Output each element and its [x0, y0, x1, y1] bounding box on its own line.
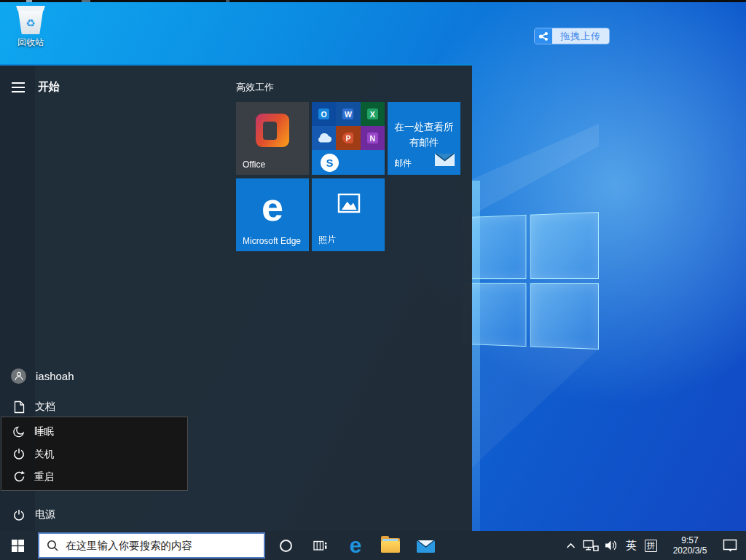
action-center-icon: [723, 539, 738, 553]
skype-icon: S: [312, 150, 385, 175]
top-edge-notch: [26, 0, 32, 2]
edge-logo-icon: e: [350, 535, 362, 556]
tile-photos[interactable]: 照片: [312, 178, 385, 251]
restart-label: 重启: [34, 470, 54, 484]
recycle-bin-icon: ♻: [11, 6, 50, 34]
recycle-bin-label: 回收站: [11, 36, 50, 49]
cortana-button[interactable]: [270, 531, 302, 560]
power-flyout-menu: 睡眠 关机 重启: [1, 417, 188, 491]
action-center-button[interactable]: [723, 539, 738, 553]
tile-mail[interactable]: 在一处查看所有邮件 邮件: [388, 102, 460, 175]
start-menu: 开始 高效工作 Office O W X: [0, 64, 472, 531]
top-edge-artifact: [0, 0, 746, 2]
hamburger-menu-icon[interactable]: [12, 82, 25, 92]
envelope-icon: [435, 154, 455, 169]
windows-start-icon: [12, 540, 24, 552]
mail-tile-headline: 在一处查看所有邮件: [390, 120, 458, 151]
speaker-icon: [605, 540, 619, 551]
edge-taskbar-button[interactable]: e: [339, 531, 372, 560]
task-view-icon: [313, 540, 328, 552]
search-input[interactable]: [66, 540, 264, 551]
flyout-item-sleep[interactable]: 睡眠: [1, 420, 187, 443]
office-logo-icon: [256, 114, 289, 147]
tile-office[interactable]: Office: [236, 102, 309, 175]
powerpoint-icon: P: [336, 126, 360, 150]
file-explorer-button[interactable]: [374, 531, 407, 560]
tile-office-suite-folder[interactable]: O W X P N S: [312, 102, 385, 175]
drag-upload-label: 拖拽上传: [552, 28, 609, 44]
outlook-icon: O: [312, 102, 336, 126]
light-beam: [472, 344, 599, 468]
top-edge-notch: [82, 0, 90, 2]
recycle-bin-body: ♻: [18, 11, 43, 34]
cortana-icon: [280, 540, 292, 552]
document-icon: [12, 401, 26, 414]
system-tray: 英 拼 9:57 2020/3/5: [566, 531, 746, 560]
avatar: [11, 368, 26, 384]
drag-upload-button[interactable]: 拖拽上传: [534, 28, 610, 44]
tile-office-label: Office: [243, 159, 265, 170]
search-icon: [47, 540, 59, 552]
power-icon: [12, 509, 26, 521]
tray-date: 2020/3/5: [673, 545, 707, 556]
shutdown-label: 关机: [34, 448, 54, 461]
onenote-icon: N: [361, 126, 385, 150]
onedrive-cloud-icon: [312, 126, 336, 150]
taskbar: e: [0, 531, 746, 560]
sidebar-item-power[interactable]: 电源: [0, 505, 188, 524]
ime-mode-button[interactable]: 拼: [645, 540, 657, 552]
folder-icon: [381, 538, 400, 553]
photos-tile-label: 照片: [318, 234, 336, 246]
tray-expand-button[interactable]: [566, 543, 576, 549]
sidebar-item-user[interactable]: iashoah: [0, 366, 188, 386]
sleep-label: 睡眠: [34, 425, 54, 438]
windows-logo-wallpaper: [463, 212, 599, 350]
office-logo-hole: [263, 122, 277, 140]
windows-logo-pane: [530, 283, 599, 350]
recycle-bin-shortcut[interactable]: ♻ 回收站: [11, 6, 50, 49]
user-name-label: iashoah: [36, 370, 74, 382]
mail-envelope-icon: [417, 538, 435, 553]
documents-label: 文档: [35, 401, 55, 414]
edge-tile-label: Microsoft Edge: [243, 236, 301, 246]
flyout-item-restart[interactable]: 重启: [1, 465, 187, 488]
volume-button[interactable]: [605, 540, 619, 551]
mail-taskbar-button[interactable]: [409, 531, 441, 560]
taskbar-search-box[interactable]: [38, 532, 265, 559]
clock[interactable]: 9:57 2020/3/5: [667, 535, 713, 556]
edge-logo-icon: e: [236, 183, 309, 231]
recycle-symbol-icon: ♻: [25, 17, 35, 28]
recycle-bin-lid: [16, 6, 45, 11]
windows-logo-pane: [463, 215, 527, 279]
photos-icon: [336, 190, 362, 219]
windows-logo-pane: [530, 212, 599, 279]
top-edge-notch: [226, 0, 229, 2]
flyout-item-shutdown[interactable]: 关机: [1, 443, 187, 465]
moon-icon: [12, 425, 26, 438]
tile-microsoft-edge[interactable]: e Microsoft Edge: [236, 178, 309, 251]
excel-icon: X: [361, 102, 385, 126]
word-icon: W: [336, 102, 360, 126]
power-label: 电源: [35, 508, 55, 521]
desktop: ♻ 回收站 拖拽上传 开始 高效工作 Offi: [0, 0, 746, 560]
ethernet-network-icon: [583, 540, 599, 552]
restart-icon: [12, 470, 26, 483]
netdisk-share-icon: [535, 28, 552, 44]
sidebar-item-documents[interactable]: 文档: [0, 398, 188, 417]
mail-tile-label: 邮件: [394, 157, 412, 170]
chevron-up-icon: [566, 543, 576, 549]
tray-time: 9:57: [673, 535, 707, 545]
ime-language-button[interactable]: 英: [626, 539, 637, 553]
task-view-button[interactable]: [305, 531, 337, 560]
start-button[interactable]: [0, 531, 35, 560]
tile-group-title: 高效工作: [236, 81, 274, 94]
windows-logo-pane: [463, 283, 527, 347]
network-status-button[interactable]: [583, 540, 599, 552]
start-menu-title: 开始: [38, 80, 60, 94]
power-icon: [12, 448, 26, 460]
